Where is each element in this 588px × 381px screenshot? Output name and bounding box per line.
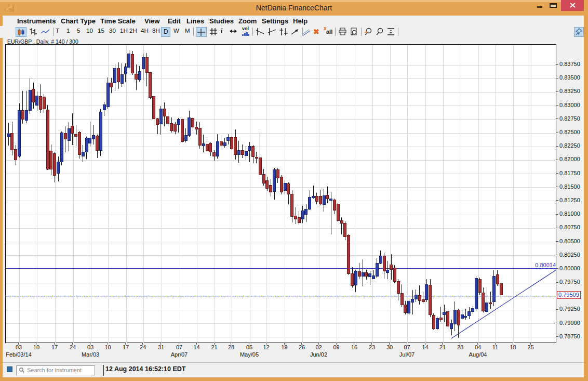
svg-text:0.80014: 0.80014 bbox=[535, 262, 556, 268]
